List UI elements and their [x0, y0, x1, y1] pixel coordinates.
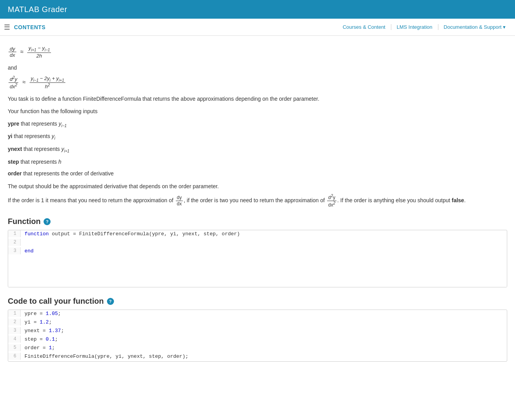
call-code-2[interactable]: yi = 1.2;	[21, 318, 507, 326]
description-task: You task is to define a function FiniteD…	[8, 94, 507, 104]
contents-label[interactable]: CONTENTS	[14, 24, 46, 30]
input-ypre: ypre that represents yi−1	[8, 119, 507, 129]
function-title-text: Function	[8, 217, 40, 226]
call-line-num-1: 1	[8, 310, 21, 317]
code-line-3: 3 end	[8, 247, 507, 256]
call-line-1: 1 ypre = 1.05;	[8, 310, 507, 318]
nav-links: Courses & Content LMS Integration Docume…	[337, 24, 511, 30]
call-code-1[interactable]: ypre = 1.05;	[21, 310, 507, 317]
call-code-5[interactable]: order = 1;	[21, 344, 507, 352]
call-line-4: 4 step = 0.1;	[8, 336, 507, 344]
call-code-4[interactable]: step = 0.1;	[21, 336, 507, 343]
line-code-2[interactable]	[21, 239, 507, 240]
call-title-text: Code to call your function	[8, 297, 104, 306]
call-code-6[interactable]: FiniteDifferenceFormula(ypre, yi, ynext,…	[21, 353, 507, 360]
call-line-3: 3 ynext = 1.37;	[8, 327, 507, 336]
input-ynext: ynext that represents yi+1	[8, 145, 507, 154]
call-line-2: 2 yi = 1.2;	[8, 318, 507, 327]
code-empty-area[interactable]	[8, 256, 507, 287]
first-deriv-approx: yi+1 − yi−1 2h	[27, 45, 51, 59]
formula-second-derivative: d2y dx2 ≈ yi−1 − 2yi + yi+1 h2	[8, 75, 507, 90]
dy-dx-frac: dy dx	[9, 46, 16, 58]
nav-courses-content[interactable]: Courses & Content	[337, 24, 391, 30]
call-code-3[interactable]: ynext = 1.37;	[21, 327, 507, 334]
call-line-num-3: 3	[8, 327, 21, 334]
formula-first-derivative: dy dx ≈ yi+1 − yi−1 2h	[8, 45, 507, 59]
function-help-icon[interactable]: ?	[44, 218, 51, 225]
call-help-icon[interactable]: ?	[107, 298, 114, 305]
and-text: and	[8, 63, 507, 72]
call-line-num-2: 2	[8, 318, 21, 326]
app-title: MATLAB Grader	[8, 5, 67, 14]
second-deriv-approx: yi−1 − 2yi + yi+1 h2	[30, 75, 65, 90]
input-order: order that represents the order of deriv…	[8, 169, 507, 178]
output-description: The output should be the approximated de…	[8, 182, 507, 191]
input-yi: yi that represents yi	[8, 132, 507, 142]
call-code-editor[interactable]: 1 ypre = 1.05; 2 yi = 1.2; 3 ynext = 1.3…	[8, 310, 507, 362]
call-line-num-5: 5	[8, 344, 21, 351]
nav-documentation-support[interactable]: Documentation & Support ▾	[438, 24, 511, 30]
d2y-dx2-frac: d2y dx2	[9, 75, 18, 90]
order-description: If the order is 1 it means that you need…	[8, 194, 507, 208]
main-content: dy dx ≈ yi+1 − yi−1 2h and d2y dx2 ≈ yi−…	[0, 36, 515, 377]
nav-lms-integration[interactable]: LMS Integration	[391, 24, 438, 30]
line-code-1[interactable]: function output = FiniteDifferenceFormul…	[21, 230, 507, 238]
call-line-num-4: 4	[8, 336, 21, 343]
call-line-num-6: 6	[8, 353, 21, 360]
line-number-2: 2	[8, 239, 21, 246]
line-number-1: 1	[8, 230, 21, 237]
input-step: step that represents h	[8, 158, 507, 166]
line-number-3: 3	[8, 247, 21, 254]
code-line-1: 1 function output = FiniteDifferenceForm…	[8, 230, 507, 239]
function-code-editor[interactable]: 1 function output = FiniteDifferenceForm…	[8, 230, 507, 287]
navbar: ☰ CONTENTS Courses & Content LMS Integra…	[0, 19, 515, 36]
hamburger-icon[interactable]: ☰	[4, 23, 10, 32]
description-inputs-intro: Your function has the following inputs	[8, 107, 507, 116]
call-line-6: 6 FiniteDifferenceFormula(ypre, yi, ynex…	[8, 353, 507, 361]
function-section-title: Function ?	[8, 217, 507, 226]
code-line-2: 2	[8, 239, 507, 247]
line-code-3[interactable]: end	[21, 247, 507, 255]
app-header: MATLAB Grader	[0, 0, 515, 19]
call-line-5: 5 order = 1;	[8, 344, 507, 353]
call-section-title: Code to call your function ?	[8, 297, 507, 306]
